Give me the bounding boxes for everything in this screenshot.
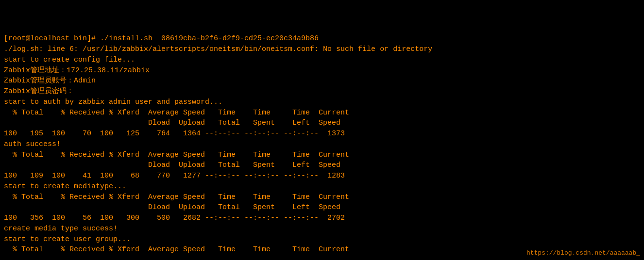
terminal-line: % Total % Received % Xferd Average Speed… [4,192,640,203]
terminal-line: Zabbix管理员账号：Admin [4,76,640,86]
terminal-line: Zabbix管理地址：172.25.38.11/zabbix [4,65,640,76]
terminal-line: Dload Upload Total Spent Left Speed [4,118,640,129]
terminal-line: start to create user group... [4,234,640,245]
watermark: https://blog.csdn.net/aaaaaab_ [526,249,640,258]
terminal-line: % Total % Received % Xferd Average Speed… [4,108,640,118]
terminal-line: auth success! [4,139,640,150]
terminal-line: Zabbix管理员密码： [4,86,640,97]
terminal-line: 100 109 100 41 100 68 770 1277 --:--:-- … [4,171,640,181]
terminal-line: start to auth by zabbix admin user and p… [4,97,640,108]
terminal-line: create media type success! [4,224,640,234]
terminal-line: % Total % Received % Xferd Average Speed… [4,150,640,161]
terminal-line: Dload Upload Total Spent Left Speed [4,202,640,213]
terminal-line: [root@localhost bin]# ./install.sh 08619… [4,33,640,44]
terminal-line: ./log.sh: line 6: /usr/lib/zabbix/alerts… [4,44,640,55]
terminal-window: [root@localhost bin]# ./install.sh 08619… [0,0,644,260]
terminal-line: 100 356 100 56 100 300 500 2682 --:--:--… [4,213,640,224]
terminal-line: start to create mediatype... [4,181,640,192]
terminal-line: 100 195 100 70 100 125 764 1364 --:--:--… [4,129,640,139]
terminal-line: start to create config file... [4,55,640,65]
terminal-line: Dload Upload Total Spent Left Speed [4,160,640,171]
